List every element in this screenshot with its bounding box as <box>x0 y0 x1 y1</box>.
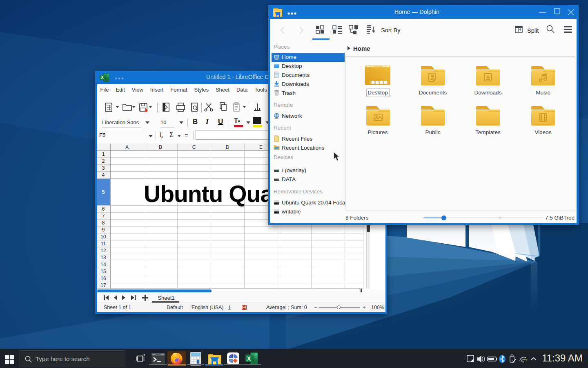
svg-text:Sort By: Sort By <box>381 27 401 34</box>
svg-text:Downloads: Downloads <box>474 90 502 96</box>
svg-text:A: A <box>125 144 129 150</box>
svg-text:3: 3 <box>102 165 105 171</box>
svg-text:7: 7 <box>102 213 105 219</box>
svg-text:14: 14 <box>100 262 106 267</box>
svg-text:?: ? <box>525 358 527 362</box>
svg-text:1: 1 <box>102 151 105 157</box>
svg-text:12: 12 <box>100 248 106 254</box>
svg-text:B: B <box>159 144 162 150</box>
svg-text:Public: Public <box>425 129 441 135</box>
svg-text:Documents: Documents <box>419 90 447 96</box>
svg-text:5: 5 <box>102 189 105 195</box>
svg-text:Templates: Templates <box>475 129 501 135</box>
svg-text:4: 4 <box>102 172 105 178</box>
svg-text:Videos: Videos <box>535 129 551 135</box>
svg-text:Desktop: Desktop <box>368 90 388 96</box>
svg-text:9: 9 <box>102 227 105 233</box>
svg-text:Split: Split <box>527 27 539 34</box>
svg-text:E: E <box>259 144 263 150</box>
svg-text:6: 6 <box>102 206 105 212</box>
svg-text:X: X <box>247 355 251 362</box>
svg-text:17: 17 <box>100 283 106 288</box>
svg-text:15: 15 <box>100 269 106 274</box>
svg-text:2: 2 <box>102 158 105 164</box>
svg-text:C: C <box>192 144 196 150</box>
svg-text:Music: Music <box>536 90 550 96</box>
svg-text:Pictures: Pictures <box>368 129 388 135</box>
svg-text:13: 13 <box>100 255 106 260</box>
svg-text:16: 16 <box>100 276 106 281</box>
svg-text:8: 8 <box>102 220 105 226</box>
svg-text:10: 10 <box>100 234 106 240</box>
svg-text:11: 11 <box>101 241 106 247</box>
svg-text:D: D <box>226 144 229 150</box>
